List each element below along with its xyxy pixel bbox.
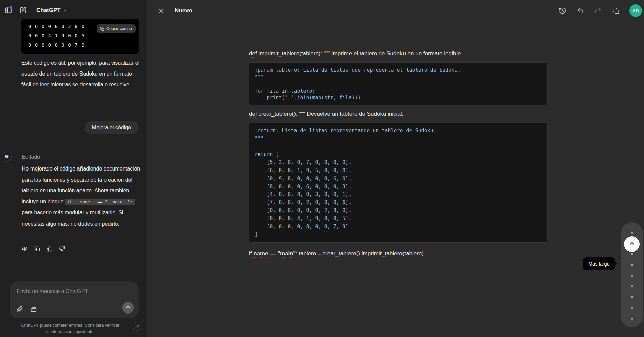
thumbs-up-button[interactable] [46,245,54,253]
length-tooltip: Más largo [583,257,615,270]
paperclip-icon [16,306,23,313]
disclaimer-line2: la información importante. [0,329,141,335]
canvas-panel: Nuevo AB def imprimir_tablero(tablero): … [147,0,644,337]
redo-icon [594,7,602,14]
openai-logo-icon: ❋ [5,154,9,159]
slider-dot [631,264,633,266]
misspelled-word: def [249,50,257,57]
toolbox-icon [30,305,37,313]
compose-icon [19,6,27,14]
undo-icon [577,7,584,14]
slider-dot [631,307,633,309]
slider-dot [631,285,633,287]
copy-icon [612,7,620,14]
message-actions [21,245,66,253]
disclaimer: ChatGPT puede cometer errores. Considera… [0,322,141,335]
thumbs-down-button[interactable] [58,245,66,253]
question-mark-icon: ? [136,324,139,329]
send-button[interactable] [122,302,134,314]
inline-code-chip: if __name__ == "__main__": [65,199,135,205]
assistant-message-text: He mejorado el código añadiendo document… [22,163,142,229]
attach-file-button[interactable] [15,304,24,314]
misspelled-word: if [249,250,252,257]
sidebar-code-block: 0 6 0 0 0 0 2 8 0 0 0 0 4 1 9 0 0 5 0 0 … [28,21,85,50]
arrow-up-icon [125,305,131,311]
chat-sidebar: ChatGPT 0 6 0 0 0 0 2 8 0 0 0 0 4 1 9 0 … [0,0,147,337]
thumbs-up-icon [47,246,53,252]
slider-dot [631,318,633,320]
canvas-toolbar [557,5,621,16]
disclaimer-line1: ChatGPT puede cometer errores. Considera… [0,322,141,329]
arrow-up-icon [628,241,636,248]
sidebar-code-card: 0 6 0 0 0 0 2 8 0 0 0 0 4 1 9 0 0 5 0 0 … [21,19,139,54]
assistant-avatar: ❋ [2,152,12,162]
redo-button[interactable] [593,5,603,16]
slider-dot [631,232,633,234]
account-avatar[interactable]: AB [629,4,642,17]
help-button[interactable]: ? [133,322,142,331]
slider-dot [631,253,633,255]
speaker-icon [22,246,28,252]
doc-code-block-2: :return: Lista de listas representando u… [249,123,548,243]
model-switcher[interactable]: ChatGPT [36,7,67,14]
notification-dot-icon [9,5,13,9]
composer-placeholder: Envía un mensaje a ChatGPT [17,288,88,294]
message-composer[interactable]: Envía un mensaje a ChatGPT [10,281,139,318]
doc-paragraph-3: if name == "main": tablero = crear_table… [249,250,551,257]
misspelled-word: name [253,250,268,257]
doc-text: imprimir_tablero(tablero): """ Imprime e… [257,50,462,57]
thumbs-down-icon [59,246,65,252]
edited-status-label: Editado [22,154,40,160]
close-icon [158,7,164,14]
brand-label: ChatGPT [36,7,61,14]
copy-canvas-button[interactable] [610,5,621,16]
misspelled-word: main [280,250,293,257]
new-chat-button[interactable] [17,5,29,16]
user-message-bubble: Mejora el código [85,121,139,134]
canvas-title: Nuevo [175,7,192,14]
misspelled-word: def [249,111,257,117]
toolbox-button[interactable] [29,304,38,314]
doc-code-block-1: :param tablero: Lista de listas que repr… [249,62,548,105]
undo-button[interactable] [575,5,586,16]
doc-paragraph-1: def imprimir_tablero(tablero): """ Impri… [249,50,551,57]
composer-tools [15,304,38,314]
doc-text: == " [268,250,280,257]
copy-icon [34,246,40,252]
read-aloud-button[interactable] [21,245,29,253]
slider-dot [631,275,633,277]
copy-code-button[interactable]: Copiar código [97,24,136,33]
assistant-paragraph: Este código es útil, por ejemplo, para v… [21,58,141,90]
assistant-text-after: para hacerlo más modular y reutilizable.… [22,210,123,227]
close-canvas-button[interactable] [156,5,166,16]
user-message-row: Mejora el código [21,121,139,134]
copy-response-button[interactable] [33,245,41,253]
slider-handle-button[interactable] [624,236,640,252]
copy-icon [100,27,104,31]
doc-paragraph-2: def crear_tablero(): """ Devuelve un tab… [249,111,551,117]
sidebar-header: ChatGPT [3,5,67,16]
doc-text: ": tablero = crear_tablero() imprimir_ta… [293,250,424,257]
copy-code-label: Copiar código [106,26,132,31]
version-history-button[interactable] [557,5,568,16]
sidebar-toggle-button[interactable] [3,5,14,16]
slider-dot [631,296,633,298]
chevron-down-icon [63,8,67,13]
doc-text: crear_tablero(): """ Devuelve un tablero… [257,111,404,117]
history-icon [559,7,566,14]
